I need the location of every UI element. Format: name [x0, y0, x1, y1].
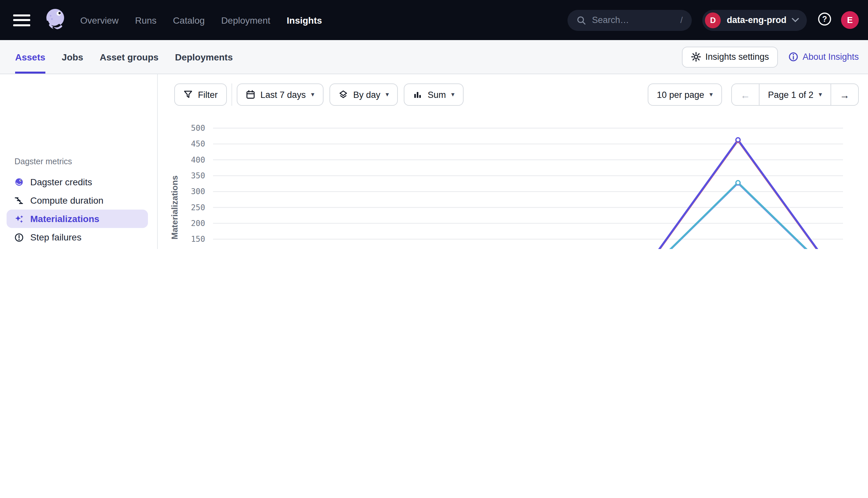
filter-label: Filter [198, 90, 218, 100]
svg-text:400: 400 [191, 155, 205, 165]
dagster-logo-icon [14, 178, 24, 187]
info-icon [789, 52, 799, 62]
toolbar-divider [231, 83, 232, 106]
user-avatar[interactable]: E [841, 11, 859, 29]
chevron-down-icon [792, 18, 799, 22]
tab-asset-groups[interactable]: Asset groups [100, 40, 158, 74]
svg-text:500: 500 [191, 123, 205, 133]
search-icon [577, 15, 586, 25]
org-switcher[interactable]: D data-eng-prod [703, 10, 807, 30]
sparkles-icon [14, 214, 24, 223]
date-range-button[interactable]: Last 7 days ▾ [237, 83, 323, 106]
calendar-icon [246, 90, 255, 99]
top-nav: OverviewRunsCatalogDeploymentInsights Se… [0, 0, 868, 40]
insights-tab-bar: AssetsJobsAsset groupsDeployments Insigh… [0, 40, 868, 74]
page-label: Page 1 of 2 [768, 90, 814, 100]
bar-chart-icon [413, 90, 422, 99]
nav-item-insights[interactable]: Insights [287, 15, 322, 25]
gear-icon [691, 52, 701, 62]
about-insights-label: About Insights [803, 52, 859, 62]
svg-text:150: 150 [191, 235, 205, 244]
chart-toolbar: Filter Last 7 days ▾ By day ▾ [174, 83, 859, 106]
dagster-logo-icon[interactable] [42, 5, 68, 35]
app-window: OverviewRunsCatalogDeploymentInsights Se… [0, 0, 868, 249]
metrics-sidebar: Dagster metrics Dagster creditsCompute d… [0, 74, 158, 249]
svg-text:200: 200 [191, 219, 205, 228]
chevron-down-icon: ▾ [451, 91, 455, 98]
funnel-icon [183, 90, 193, 99]
hamburger-menu-icon[interactable] [13, 14, 30, 26]
chevron-down-icon: ▾ [311, 91, 314, 98]
org-badge: D [705, 12, 721, 28]
per-page-label: 10 per page [657, 90, 704, 100]
svg-text:Materializations: Materializations [170, 175, 179, 239]
dagster-metrics-section-label: Dagster metrics [14, 157, 72, 166]
sidebar-item-label: Step failures [30, 232, 81, 243]
tab-assets[interactable]: Assets [15, 40, 46, 74]
per-page-button[interactable]: 10 per page ▾ [648, 83, 722, 106]
search-placeholder: Search… [592, 15, 629, 25]
date-range-label: Last 7 days [260, 90, 306, 100]
sidebar-item-label: Dagster credits [30, 177, 92, 187]
sidebar-item-step-retries[interactable]: Step retries [7, 246, 148, 249]
prev-page-button[interactable]: ← [732, 84, 759, 105]
svg-text:300: 300 [191, 187, 205, 196]
sidebar-item-materializations[interactable]: Materializations [7, 210, 148, 228]
sidebar-item-compute-duration[interactable]: Compute duration [7, 191, 148, 210]
group-by-button[interactable]: By day ▾ [330, 83, 398, 106]
org-name: data-eng-prod [727, 15, 787, 25]
tab-jobs[interactable]: Jobs [62, 40, 83, 74]
svg-text:350: 350 [191, 171, 205, 180]
svg-text:?: ? [822, 14, 827, 23]
group-by-label: By day [353, 90, 380, 100]
page-selector[interactable]: Page 1 of 2 ▾ [759, 84, 830, 105]
pagination-control: ← Page 1 of 2 ▾ → [731, 83, 859, 106]
next-page-button[interactable]: → [830, 84, 858, 105]
insights-settings-button[interactable]: Insights settings [681, 46, 778, 67]
layers-icon [339, 90, 348, 99]
primary-nav: OverviewRunsCatalogDeploymentInsights [80, 15, 322, 25]
about-insights-link[interactable]: About Insights [789, 52, 859, 62]
search-shortcut-hint: / [680, 15, 682, 25]
insights-settings-label: Insights settings [705, 52, 769, 62]
aggregation-label: Sum [428, 90, 446, 100]
svg-text:450: 450 [191, 139, 205, 148]
search-input[interactable]: Search… / [568, 10, 692, 30]
left-arrow-icon: ← [740, 89, 750, 100]
svg-text:250: 250 [191, 203, 205, 212]
materializations-line-chart[interactable]: 050100150200250300350400450500Apr 3Apr 4… [158, 104, 868, 249]
right-arrow-icon: → [840, 89, 850, 100]
sidebar-item-dagster-credits[interactable]: Dagster credits [7, 173, 148, 191]
chevron-down-icon: ▾ [819, 91, 822, 98]
main-content: Filter Last 7 days ▾ By day ▾ [158, 74, 868, 249]
chevron-down-icon: ▾ [386, 91, 389, 98]
sidebar-item-label: Materializations [30, 213, 99, 224]
nav-item-overview[interactable]: Overview [80, 15, 119, 25]
nav-item-deployment[interactable]: Deployment [221, 15, 270, 25]
alert-circle-icon [14, 233, 24, 242]
nav-item-runs[interactable]: Runs [135, 15, 156, 25]
sidebar-item-label: Compute duration [30, 195, 104, 206]
tab-deployments[interactable]: Deployments [175, 40, 233, 74]
filter-button[interactable]: Filter [174, 83, 227, 106]
aggregation-button[interactable]: Sum ▾ [404, 83, 464, 106]
nav-item-catalog[interactable]: Catalog [173, 15, 205, 25]
help-icon[interactable]: ? [817, 12, 832, 29]
duration-icon [14, 196, 24, 205]
chevron-down-icon: ▾ [710, 91, 713, 98]
sidebar-item-step-failures[interactable]: Step failures [7, 228, 148, 246]
